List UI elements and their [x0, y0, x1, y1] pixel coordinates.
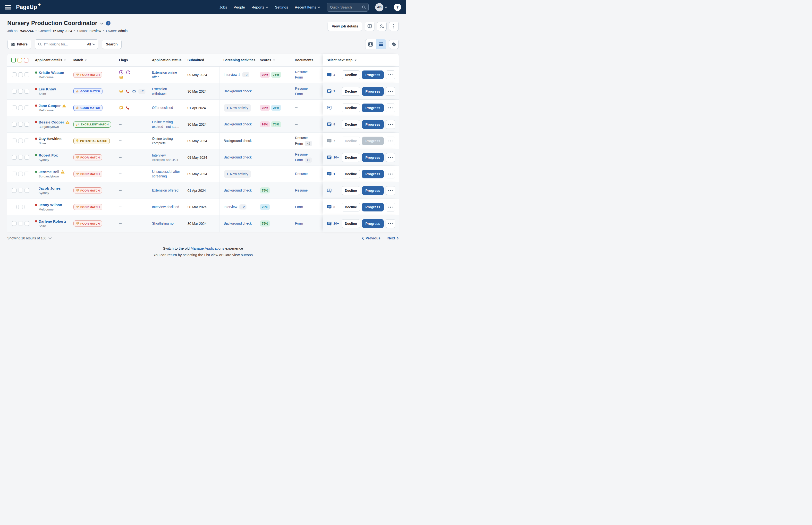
applicant-name-link[interactable]: Darlene Robertson [38, 219, 66, 223]
decline-button[interactable]: Decline [342, 87, 360, 96]
notes-count-button[interactable]: 1 [327, 171, 340, 177]
select-all-green-checkbox[interactable] [11, 58, 16, 62]
select-all-red-checkbox[interactable] [24, 58, 28, 62]
progress-button[interactable]: Progress [362, 71, 384, 79]
applicant-name-link[interactable]: Kristin Watson [38, 71, 64, 75]
row-checkbox[interactable] [12, 138, 16, 143]
screening-activity-link[interactable]: Background check [224, 155, 252, 160]
row-more-options-button[interactable] [386, 104, 395, 112]
row-more-options-button[interactable] [386, 186, 395, 195]
progress-button[interactable]: Progress [362, 87, 384, 96]
results-count-dropdown[interactable]: Showing 10 results of 100 [7, 236, 51, 240]
row-more-options-button[interactable] [386, 170, 395, 178]
applicant-name-link[interactable]: Bessie Cooper [38, 120, 64, 124]
more-options-button[interactable] [389, 21, 399, 31]
add-note-button[interactable] [327, 188, 340, 193]
pageup-logo[interactable]: PageUp◆ [16, 4, 41, 11]
screening-activity-link[interactable]: Background check [224, 122, 252, 126]
row-checkbox[interactable] [12, 205, 16, 209]
row-checkbox[interactable] [18, 89, 23, 93]
document-link[interactable]: Resume [295, 152, 308, 157]
notes-count-button[interactable]: 3 [327, 72, 340, 77]
document-link[interactable]: Form [295, 221, 303, 226]
row-checkbox[interactable] [12, 221, 16, 226]
application-status-link[interactable]: Extension online offer [152, 70, 182, 79]
decline-button[interactable]: Decline [342, 219, 360, 228]
job-switch-chevron-icon[interactable] [100, 22, 103, 25]
more-activities-badge[interactable]: +2 [242, 72, 249, 77]
row-more-options-button[interactable] [386, 203, 395, 211]
nav-item-jobs[interactable]: Jobs [219, 5, 227, 9]
table-settings-button[interactable] [389, 40, 399, 49]
new-activity-button[interactable]: + New activity [224, 104, 251, 111]
row-checkbox[interactable] [25, 138, 29, 143]
nav-item-reports[interactable]: Reports [252, 5, 268, 9]
column-header-applicant-details[interactable]: Applicant details [31, 54, 69, 66]
nav-item-recent-items[interactable]: Recent Items [295, 5, 320, 9]
quick-search-field[interactable] [329, 5, 360, 10]
nav-item-people[interactable]: People [234, 5, 245, 9]
applicant-name-link[interactable]: Jerome Bell [38, 170, 59, 174]
document-link[interactable]: Form [295, 92, 303, 96]
decline-button[interactable]: Decline [342, 153, 360, 162]
notes-count-button[interactable]: 10+ [327, 155, 340, 160]
user-menu[interactable]: AB [375, 3, 387, 12]
screening-activity-link[interactable]: Background check [224, 221, 252, 226]
row-checkbox[interactable] [18, 155, 23, 160]
more-flags-badge[interactable]: +2 [138, 89, 145, 94]
row-checkbox[interactable] [12, 105, 16, 110]
hamburger-menu-icon[interactable] [5, 5, 11, 10]
add-note-button[interactable] [365, 21, 374, 31]
column-header-select-next-step[interactable]: Select next step [323, 54, 399, 66]
applicant-name-link[interactable]: Jacob Jones [38, 186, 61, 190]
row-checkbox[interactable] [25, 221, 29, 226]
column-header-match[interactable]: Match [69, 54, 115, 66]
progress-button[interactable]: Progress [362, 219, 384, 228]
more-activities-badge[interactable]: +2 [239, 205, 247, 210]
view-job-details-button[interactable]: View job details [328, 21, 362, 31]
progress-button[interactable]: Progress [362, 120, 384, 129]
applicant-name-link[interactable]: Lee Know [38, 87, 56, 91]
row-checkbox[interactable] [12, 171, 16, 176]
row-more-options-button[interactable] [386, 71, 395, 79]
manage-applications-link[interactable]: Manage Applications [191, 246, 224, 250]
previous-page-button[interactable]: Previous [362, 236, 380, 240]
progress-button[interactable]: Progress [362, 153, 384, 162]
decline-button[interactable]: Decline [342, 203, 360, 211]
progress-button[interactable]: Progress [362, 186, 384, 195]
row-checkbox[interactable] [25, 171, 29, 176]
row-checkbox[interactable] [25, 155, 29, 160]
row-more-options-button[interactable] [386, 219, 395, 228]
decline-button[interactable]: Decline [342, 186, 360, 195]
avatar[interactable]: AB [375, 3, 384, 12]
notes-count-button[interactable]: 8 [327, 122, 340, 127]
row-checkbox[interactable] [12, 122, 16, 126]
row-checkbox[interactable] [25, 122, 29, 126]
add-note-button[interactable] [327, 105, 340, 110]
row-checkbox[interactable] [18, 72, 23, 77]
screening-activity-link[interactable]: Background check [224, 89, 252, 93]
row-checkbox[interactable] [12, 155, 16, 160]
decline-button[interactable]: Decline [342, 71, 360, 79]
row-more-options-button[interactable] [386, 153, 395, 162]
column-header-scores[interactable]: Scores [256, 54, 291, 66]
decline-button[interactable]: Decline [342, 170, 360, 178]
info-icon[interactable]: i [106, 21, 110, 26]
application-status-link[interactable]: Shortlisting no [152, 221, 174, 226]
more-documents-badge[interactable]: +2 [305, 158, 312, 163]
search-button[interactable]: Search [102, 40, 122, 49]
row-checkbox[interactable] [18, 138, 23, 143]
row-checkbox[interactable] [18, 171, 23, 176]
search-input[interactable] [44, 42, 81, 46]
row-checkbox[interactable] [25, 105, 29, 110]
screening-activity-link[interactable]: Background check [224, 188, 252, 193]
row-checkbox[interactable] [25, 89, 29, 93]
document-link[interactable]: Form [295, 158, 303, 162]
progress-button[interactable]: Progress [362, 203, 384, 211]
row-checkbox[interactable] [12, 188, 16, 193]
new-activity-button[interactable]: + New activity [224, 170, 251, 178]
more-documents-badge[interactable]: +2 [305, 141, 312, 146]
nav-item-settings[interactable]: Settings [275, 5, 288, 9]
notes-count-button[interactable]: 2 [327, 89, 340, 94]
next-page-button[interactable]: Next [388, 236, 399, 240]
